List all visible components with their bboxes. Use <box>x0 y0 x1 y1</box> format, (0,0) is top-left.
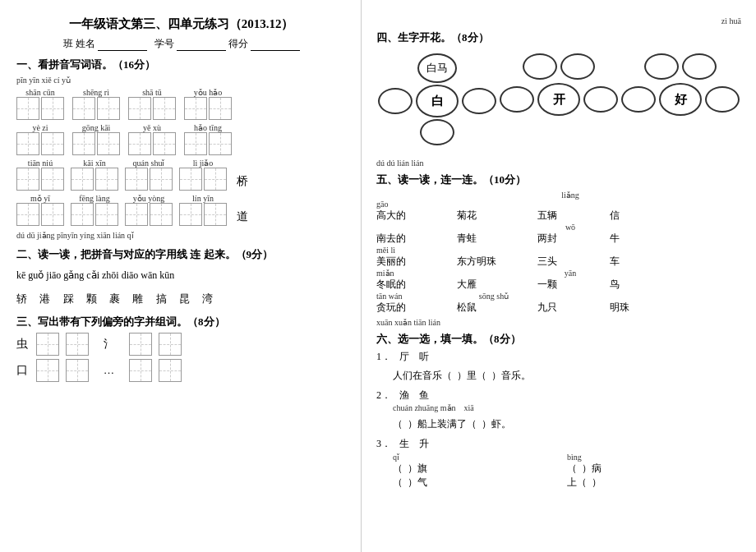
box <box>204 168 227 191</box>
s5-pinyin-mian: miǎn <box>376 269 450 278</box>
oval-bai-left <box>378 88 413 114</box>
pinyin-youyong: yǒu yòng <box>133 194 165 203</box>
pinyin-tianniu: tiān niú <box>28 159 53 168</box>
oval-kai-left <box>500 86 534 113</box>
s5-empty13 <box>610 269 651 278</box>
oval-bai-bot <box>420 119 454 145</box>
info-line: 班 姓名 学号 得分 <box>16 37 346 51</box>
pinyin-shancun: shān cūn <box>25 88 54 97</box>
filler-shui: 氵 <box>104 337 114 352</box>
group-yexu: yě xù <box>128 123 176 155</box>
oval-center-hao: 好 <box>659 83 702 116</box>
boxes-youhao <box>184 97 232 120</box>
box <box>16 97 39 120</box>
top-ovals-hao <box>644 53 717 80</box>
s6-words3: 生 升 <box>399 437 429 451</box>
box <box>16 168 39 191</box>
section6-item3-grid: qǐ bìng （ ）旗 （ ）病 （ ）气 上（ ） <box>393 453 741 490</box>
s5-empty <box>376 191 450 200</box>
s6-item2-pinyin: chuán zhuāng mǎn xiā <box>393 402 741 414</box>
section4-title: 四、生字开花。（8分） <box>376 30 741 45</box>
oval-bai-right <box>462 88 496 114</box>
pinyin-quanshui: quán shuǐ <box>133 159 165 168</box>
left-panel: 一年级语文第三、四单元练习（2013.12） 班 姓名 学号 得分 一、看拼音写… <box>0 0 362 552</box>
s6-words1: 厅 听 <box>399 350 429 364</box>
boxes-tianniu <box>16 168 64 191</box>
boxes-linyin <box>179 203 227 226</box>
s5-left2: 南去的 <box>376 232 450 246</box>
group-kaixin: kāi xīn <box>71 159 118 191</box>
boxes-shancun <box>16 97 64 120</box>
oval-kai-tl <box>523 53 557 80</box>
s5-empty2 <box>457 191 531 200</box>
s6-words2: 渔 鱼 <box>399 389 429 402</box>
section6-item1-header: 1． 厅 听 <box>376 350 741 364</box>
s5-empty5 <box>610 200 651 209</box>
filler-dots: … <box>104 364 114 377</box>
box <box>41 168 64 191</box>
oval-kai-right <box>583 86 618 113</box>
s5-empty4 <box>537 200 603 209</box>
top-oval-bai: 白马 <box>417 53 457 83</box>
group-lijiao: lì jiǎo <box>179 159 227 191</box>
boxes-lijiao <box>179 168 227 191</box>
pinyin-youhao: yǒu hǎo <box>194 88 223 97</box>
s6-sub1-pinyin: qǐ <box>393 453 567 462</box>
section6-item3-header: 3． 生 升 <box>376 437 741 451</box>
oval-hao-tl <box>644 53 679 80</box>
box <box>71 203 94 226</box>
box <box>179 203 202 226</box>
group-yezi: yè zi <box>16 123 64 155</box>
box <box>72 132 95 155</box>
box-chong2 <box>66 333 89 356</box>
box-chong1 <box>36 333 59 356</box>
box <box>153 97 176 120</box>
s5-empty14 <box>537 292 603 301</box>
s5-right5: 九只 <box>537 301 603 315</box>
s5-left5: 贪玩的 <box>376 301 450 315</box>
s5-right1: 五辆 <box>537 209 603 223</box>
box <box>150 203 173 226</box>
boxes-yexu <box>128 132 176 155</box>
group-tianniu: tiān niú <box>16 159 64 191</box>
section5-pinyin: dú dú lián lián <box>376 159 741 168</box>
s5-pinyin-gao: gāo <box>376 200 450 209</box>
s5-empty15 <box>610 292 651 301</box>
section1-pinyin-header: pīn yīn xiě cí yǔ <box>16 76 346 85</box>
box-shui2 <box>159 333 182 356</box>
group-youhao: yǒu hǎo <box>184 88 232 120</box>
section6-item2-sentence: （ ）船上装满了（ ）虾。 <box>393 414 741 434</box>
group-haoting: hǎo tīng <box>184 123 232 155</box>
flower-tree-hao: 好 <box>621 53 740 116</box>
s6-sub1: （ ）旗 <box>393 462 567 476</box>
bottom-oval-bai <box>420 119 454 145</box>
group-quanshui: quán shuǐ <box>125 159 173 191</box>
s5-mid2: 青蛙 <box>457 232 531 246</box>
flower-tree-bai: 白马 白 <box>378 53 496 145</box>
boxes-youyong <box>125 203 173 226</box>
section5-extra-pinyin: xuān xuǎn tiān lián <box>376 318 741 327</box>
box <box>150 168 173 191</box>
boxes-shengri <box>72 97 120 120</box>
section4-pinyin: zì huā <box>376 16 741 25</box>
s5-empty11 <box>610 246 651 255</box>
char-bridge: 桥 <box>237 174 248 189</box>
s6-num2: 2． <box>376 389 391 402</box>
oval-kai-tr <box>560 53 595 80</box>
char-road: 道 <box>237 209 248 224</box>
group-gongkai: gōng kāi <box>72 123 120 155</box>
mid-row-hao: 好 <box>621 83 740 116</box>
box <box>128 132 151 155</box>
s5-right2: 两封 <box>537 232 603 246</box>
box <box>71 168 94 191</box>
s5-mid-empty1 <box>457 200 531 209</box>
boxes-kaixin <box>71 168 118 191</box>
pinyin-kaixin: kāi xīn <box>83 159 106 168</box>
pinyin-yezi: yè zi <box>32 123 48 132</box>
section3-row1: 虫 氵 <box>16 333 346 356</box>
box-shui1 <box>129 333 152 356</box>
s5-left1: 高大的 <box>376 209 450 223</box>
s5-pinyin-liang: liǎng <box>537 191 603 200</box>
group-linyin: lín yīn <box>179 194 227 226</box>
oval-center-bai: 白 <box>416 85 459 117</box>
